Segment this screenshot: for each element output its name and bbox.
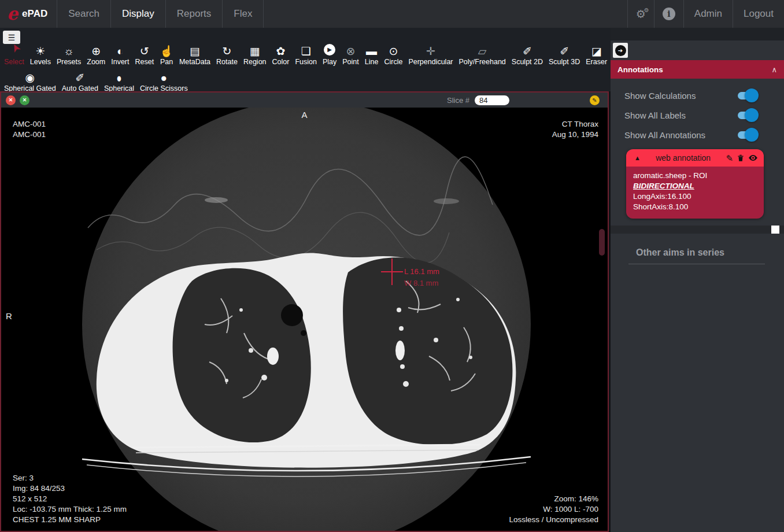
overlay-line: Zoom: 146% [509,494,598,504]
tool-button[interactable]: ✐ Sculpt 3D [546,42,583,66]
eye-icon[interactable] [748,154,758,162]
presets-icon: ☼ [63,42,75,57]
tool-button[interactable]: ● Spherical [101,68,137,93]
tool-label: Point [342,58,359,66]
arrow-right-icon: ➔ [615,45,626,56]
study-date: Aug 10, 1994 [552,130,598,140]
tool-button[interactable]: ↺ Reset [132,42,157,66]
orientation-right: R [6,311,12,321]
tool-label: Presets [57,58,81,66]
patient-name: AMC-001 [13,130,46,140]
collapse-sidebar-button[interactable]: ➔ [613,43,628,58]
tool-label: Invert [111,58,129,66]
toggle-switch[interactable] [738,112,756,119]
toggle-switch[interactable] [738,131,756,139]
nav-tab-label: Flex [234,8,252,20]
annotation-card: ▲ web annotation ✎ aromatic.sheep - ROI [626,149,764,219]
tool-button[interactable]: ▦ Region [241,42,269,66]
toggle-switch[interactable] [738,92,756,99]
fusion-layers-icon: ❏ [300,42,312,57]
hamburger-icon: ☰ [8,33,16,42]
sculpt-2d-icon: ✐ [522,42,533,57]
toolbar: ☰ ➤ Select ☀ Levels ☼ Presets [0,28,611,91]
close-viewport-button[interactable]: ✕ [6,95,16,105]
close-icon: ✕ [9,97,13,103]
tool-button[interactable]: ➤ Select [1,42,27,66]
tool-label: Play [323,58,336,66]
delete-annotation-icon[interactable] [737,154,745,162]
slice-scrollbar-thumb[interactable] [599,229,605,256]
overlay-line: 512 x 512 [13,494,127,504]
overlay-line: W: 1000 L: -700 [509,504,598,515]
tool-label: Fusion [295,58,317,66]
tool-button[interactable]: ☼ Presets [54,42,84,66]
tool-label: Eraser [586,58,607,66]
spherical-gated-icon: ◉ [24,68,36,83]
hand-icon: ☝ [160,42,173,57]
tool-button[interactable]: ⊗ Point [339,42,362,66]
settings-button[interactable]: ⚙ ⚙ [627,0,654,28]
tool-button[interactable]: ▶ Play [320,44,339,66]
tool-button[interactable]: ▬ Line [362,42,382,66]
tool-button[interactable]: ⊙ Circle [381,42,405,66]
edit-slice-button[interactable]: ✎ [590,95,600,105]
tool-button[interactable]: ☝ Pan [157,42,176,66]
tool-label: Levels [30,58,51,66]
tool-button[interactable]: ◉ Spherical Gated [1,68,59,93]
toggle-label: Show All Annotations [624,130,705,140]
nav-tab[interactable]: Reports [166,0,223,28]
circle-scissors-icon: ● [158,68,169,83]
annotation-detail-line: BIDIRECTIONAL [633,181,757,191]
tool-row-2: ◉ Spherical Gated ✐ Auto Gated ● Spheric… [1,68,191,93]
image-viewport: ✕ ✕ Slice # ✎ [0,91,609,532]
annotation-card-header[interactable]: ▲ web annotation ✎ [626,149,764,167]
tool-button[interactable]: ⊕ Zoom [84,42,108,66]
slice-number-input[interactable] [475,95,509,105]
admin-button[interactable]: Admin [683,0,733,28]
epad-logo[interactable]: e ePAD [0,0,57,28]
tool-label: Line [365,58,379,66]
ct-image [1,108,608,531]
swap-viewport-button[interactable]: ✕ [20,95,29,105]
tool-button[interactable]: ✐ Auto Gated [59,68,101,93]
nav-tab[interactable]: Flex [223,0,264,28]
resize-handle[interactable] [771,226,779,234]
tool-label: Sculpt 3D [549,58,580,66]
study-description: CT Thorax [552,119,598,130]
toggle-row[interactable]: Show Calculations [611,86,784,105]
move-icon: ✕ [23,97,27,103]
logout-button[interactable]: Logout [733,0,784,28]
nav-tab[interactable]: Search [57,0,111,28]
palette-icon: ✿ [275,42,286,57]
overlay-line: CHEST 1.25 MM SHARP [13,515,127,525]
ct-canvas[interactable]: A R AMC-001 AMC-001 CT Thorax Aug 10, 19… [1,108,608,531]
measurement-cross-horizontal[interactable] [381,271,403,272]
tool-button[interactable]: ✿ Color [269,42,293,66]
tool-button[interactable]: ❏ Fusion [292,42,320,66]
info-button[interactable]: i [654,0,683,28]
tool-button[interactable]: ▤ MetaData [176,42,213,66]
study-info-overlay: CT Thorax Aug 10, 1994 [552,119,598,140]
annotation-card-body[interactable]: aromatic.sheep - ROI BIDIRECTIONAL LongA… [626,167,764,219]
edit-annotation-icon[interactable]: ✎ [726,154,733,162]
nav-right: ⚙ ⚙ i Admin Logout [627,0,784,28]
nav-tab[interactable]: Display [111,0,166,28]
tool-button[interactable]: ▱ Poly/Freehand [456,42,509,66]
tool-button[interactable]: ● Circle Scissors [137,68,191,93]
annotations-panel-header[interactable]: Annotations ∧ [611,60,784,79]
tool-button[interactable]: ↻ Rotate [213,42,241,66]
tool-button[interactable]: ✛ Perpendicular [405,42,456,66]
tool-button[interactable]: ◪ Eraser [583,42,610,66]
tool-button[interactable]: ◐ Invert [108,42,132,66]
annotations-sidebar: ➔ Annotations ∧ Show Calculations Show A… [611,28,784,532]
toggle-row[interactable]: Show All Labels [611,105,784,125]
perpendicular-icon: ✛ [425,42,437,57]
slice-number-label: Slice # [447,96,469,105]
sidebar-arrow-row: ➔ [611,40,784,60]
toggle-row[interactable]: Show All Annotations [611,125,784,145]
spherical-icon: ● [114,67,124,84]
rotate-icon: ↻ [221,42,233,57]
sidebar-top-strip [611,28,784,40]
tool-button[interactable]: ☀ Levels [27,42,54,66]
tool-button[interactable]: ✐ Sculpt 2D [509,42,546,66]
